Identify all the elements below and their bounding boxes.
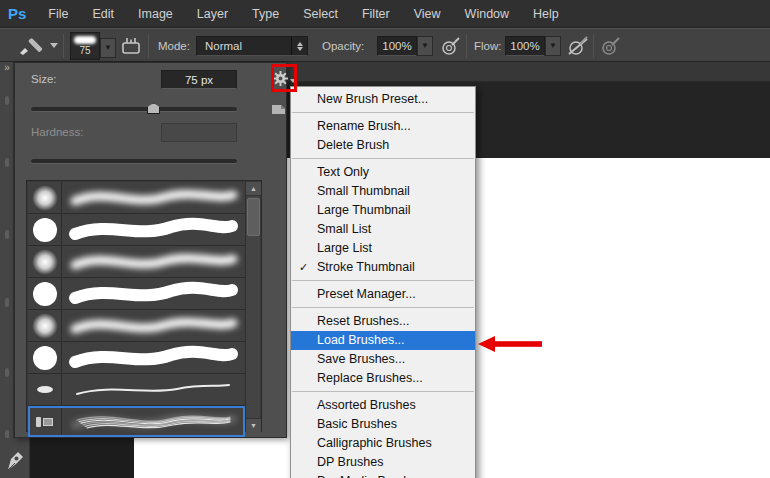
brush-preset-picker-button[interactable]: 75 <box>70 32 100 60</box>
mode-value: Normal <box>205 40 242 52</box>
menu-item-calligraphic-brushes[interactable]: Calligraphic Brushes <box>291 434 475 453</box>
hard-round-tip-icon <box>33 218 57 242</box>
mode-select-arrows-icon <box>291 37 307 55</box>
gear-icon <box>272 70 289 87</box>
brush-preset-row[interactable] <box>28 310 245 342</box>
brush-preset-row[interactable] <box>28 374 245 406</box>
soft-round-tip-icon <box>32 313 58 339</box>
tool-icon-sliver[interactable] <box>5 368 9 377</box>
opacity-caret[interactable]: ▼ <box>417 36 433 56</box>
pressure-opacity-icon[interactable] <box>440 35 462 57</box>
menu-item-new-brush-preset[interactable]: New Brush Preset... <box>291 90 475 109</box>
brush-preset-row[interactable] <box>28 246 245 278</box>
menu-item-label: Large List <box>317 241 372 255</box>
brush-preset-row[interactable] <box>28 182 245 214</box>
menu-item-small-thumbnail[interactable]: Small Thumbnail <box>291 182 475 201</box>
menu-separator <box>292 391 474 392</box>
menu-item-small-list[interactable]: Small List <box>291 220 475 239</box>
options-separator <box>466 34 467 58</box>
brush-stroke-preview <box>62 374 245 405</box>
tool-icon-sliver[interactable] <box>5 230 9 239</box>
menu-item-assorted-brushes[interactable]: Assorted Brushes <box>291 396 475 415</box>
opacity-input[interactable]: 100% <box>377 36 417 56</box>
brush-tip-cell <box>28 374 62 405</box>
brush-stroke-preview <box>62 182 245 213</box>
brush-stroke-preview <box>62 278 245 309</box>
menu-item-label: Replace Brushes... <box>317 371 423 385</box>
flow-label: Flow: <box>474 40 501 52</box>
menu-item-dry-media-brushes[interactable]: Dry Media Brushes <box>291 472 475 478</box>
brush-size-value: 75 <box>79 44 90 57</box>
menubar-item-layer[interactable]: Layer <box>185 0 240 28</box>
size-slider[interactable] <box>31 107 237 112</box>
menu-separator <box>292 158 474 159</box>
size-slider-thumb[interactable] <box>147 103 160 114</box>
menu-item-large-thumbnail[interactable]: Large Thumbnail <box>291 201 475 220</box>
menu-separator <box>292 307 474 308</box>
tools-collapse-button[interactable]: » <box>0 62 14 74</box>
menu-item-basic-brushes[interactable]: Basic Brushes <box>291 415 475 434</box>
menu-item-reset-brushes[interactable]: Reset Brushes... <box>291 312 475 331</box>
menu-item-delete-brush[interactable]: Delete Brush <box>291 136 475 155</box>
scrollbar-thumb[interactable] <box>247 198 260 236</box>
size-input[interactable]: 75 px <box>161 70 237 89</box>
mode-select[interactable]: Normal <box>196 36 308 56</box>
menu-item-preset-manager[interactable]: Preset Manager... <box>291 285 475 304</box>
flow-caret[interactable]: ▼ <box>545 36 561 56</box>
menu-item-label: Reset Brushes... <box>317 314 409 328</box>
brush-preset-row[interactable] <box>28 214 245 246</box>
tool-icon-sliver[interactable] <box>5 158 9 167</box>
menu-item-rename-brush[interactable]: Rename Brush... <box>291 117 475 136</box>
brush-stroke-preview <box>62 342 245 373</box>
flat-tip-icon <box>37 386 53 393</box>
photoshop-window: Ps FileEditImageLayerTypeSelectFilterVie… <box>0 0 770 478</box>
mode-label: Mode: <box>158 40 190 52</box>
gear-caret-icon <box>290 79 296 83</box>
menubar-item-help[interactable]: Help <box>521 0 571 28</box>
brush-stroke-preview <box>62 214 245 245</box>
menu-bar-items: FileEditImageLayerTypeSelectFilterViewWi… <box>36 0 570 28</box>
menu-item-text-only[interactable]: Text Only <box>291 163 475 182</box>
menu-item-replace-brushes[interactable]: Replace Brushes... <box>291 369 475 388</box>
menubar-item-type[interactable]: Type <box>240 0 291 28</box>
options-separator <box>593 34 594 58</box>
brush-list-scrollbar[interactable]: ▲ ▼ <box>245 182 260 432</box>
tool-icon-sliver[interactable] <box>5 298 9 307</box>
menubar-item-file[interactable]: File <box>36 0 80 28</box>
brush-tool-icon[interactable] <box>16 35 48 57</box>
hardness-label: Hardness: <box>31 126 83 138</box>
brush-preset-row[interactable] <box>28 278 245 310</box>
brush-tip-cell <box>28 246 62 277</box>
brush-stroke-preview <box>62 310 245 341</box>
tool-preset-caret-icon[interactable] <box>50 43 58 48</box>
brush-preset-picker-caret[interactable]: ▼ <box>100 38 116 58</box>
menubar-item-view[interactable]: View <box>402 0 453 28</box>
menu-item-stroke-thumbnail[interactable]: ✓Stroke Thumbnail <box>291 258 475 277</box>
menubar-item-filter[interactable]: Filter <box>350 0 402 28</box>
hardness-slider[interactable] <box>31 159 237 164</box>
menubar-item-window[interactable]: Window <box>453 0 521 28</box>
menu-item-large-list[interactable]: Large List <box>291 239 475 258</box>
tool-icon-sliver[interactable] <box>5 96 9 105</box>
scroll-up-icon[interactable]: ▲ <box>246 182 261 196</box>
pen-tool-icon[interactable] <box>4 446 28 474</box>
hardness-input[interactable] <box>161 123 237 142</box>
menubar-item-image[interactable]: Image <box>126 0 185 28</box>
options-separator <box>148 34 149 58</box>
create-new-brush-icon[interactable] <box>271 101 286 115</box>
airbrush-icon[interactable] <box>566 35 590 57</box>
menu-item-load-brushes[interactable]: Load Brushes... <box>291 331 475 350</box>
menubar-item-edit[interactable]: Edit <box>81 0 127 28</box>
brush-tip-cell <box>28 182 62 213</box>
menubar-item-select[interactable]: Select <box>291 0 350 28</box>
size-label: Size: <box>31 73 57 85</box>
flow-input[interactable]: 100% <box>505 36 545 56</box>
menu-item-dp-brushes[interactable]: DP Brushes <box>291 453 475 472</box>
brush-preset-row[interactable] <box>28 342 245 374</box>
pressure-size-icon[interactable] <box>600 35 622 57</box>
scroll-down-icon[interactable]: ▼ <box>246 418 261 432</box>
menu-separator <box>292 280 474 281</box>
menu-item-save-brushes[interactable]: Save Brushes... <box>291 350 475 369</box>
brush-preset-row-selected[interactable] <box>28 406 245 437</box>
toggle-brush-panel-icon[interactable] <box>120 35 142 57</box>
